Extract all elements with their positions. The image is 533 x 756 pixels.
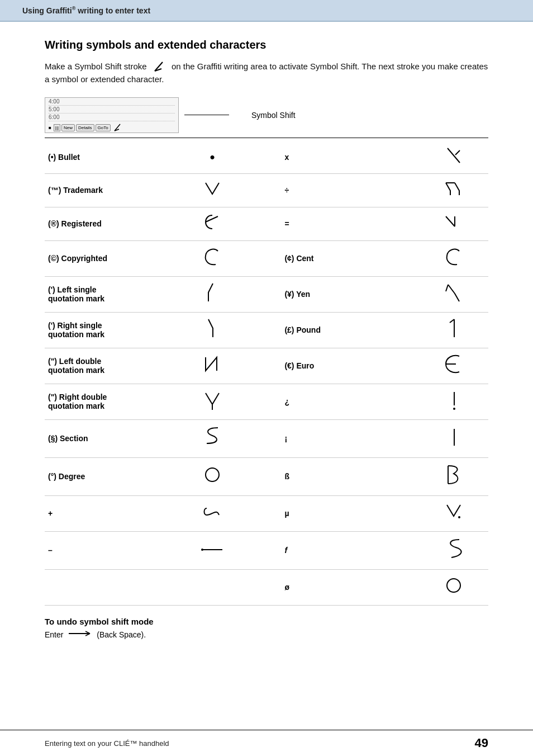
stroke-oslash-svg <box>444 574 464 597</box>
label-right-single-quote: (') Right singlequotation mark <box>45 312 183 348</box>
stroke-right-single <box>183 312 242 348</box>
stroke-left-double <box>183 348 242 384</box>
stroke-bullet: • <box>183 141 242 174</box>
table-row: (') Left singlequotation mark (¥) Yen <box>45 276 488 312</box>
undo-paragraph: Enter (Back Space). <box>45 630 488 639</box>
stroke-yen-svg <box>444 281 464 304</box>
table-row: (™) Trademark ÷ <box>45 173 488 207</box>
backspace-arrow-icon <box>68 630 92 639</box>
stroke-euro-svg <box>444 353 464 375</box>
footer: Entering text on your CLIÉ™ handheld 49 <box>0 730 533 756</box>
device-row3: 6:00 <box>49 114 175 121</box>
label-iexcl: ¡ <box>281 419 419 457</box>
label-x: x <box>281 141 419 174</box>
table-top-divider <box>45 138 488 138</box>
label-iquest: ¿ <box>281 384 419 419</box>
stroke-rsq-svg <box>204 317 221 339</box>
label-yen: (¥) Yen <box>281 276 419 312</box>
svg-line-5 <box>455 150 460 155</box>
device-symbol-stroke <box>113 124 123 133</box>
stroke-copy <box>183 240 242 276</box>
device-btn-goto: GoTo <box>96 124 111 131</box>
footer-page-number: 49 <box>475 736 488 750</box>
undo-section: To undo symbol shift mode Enter (Back Sp… <box>45 617 488 639</box>
undo-heading: To undo symbol shift mode <box>45 617 488 626</box>
label-registered: (®) Registered <box>45 207 183 240</box>
stroke-empty <box>183 569 242 605</box>
label-florin: f <box>281 531 419 569</box>
stroke-mu <box>419 495 488 531</box>
table-row: (°) Degree ß <box>45 457 488 495</box>
label-plus: + <box>45 495 183 531</box>
label-divide: ÷ <box>281 173 419 207</box>
top-header: Using Graffiti® writing to enter text <box>0 0 533 22</box>
stroke-oslash <box>419 569 488 605</box>
stroke-copy-svg <box>202 245 222 268</box>
stroke-pound <box>419 312 488 348</box>
stroke-iexcl-svg <box>445 426 462 448</box>
stroke-plus <box>183 495 242 531</box>
footer-text: Entering text on your CLIÉ™ handheld <box>45 739 169 748</box>
stroke-cent-svg <box>444 245 464 268</box>
callout-line <box>184 115 229 116</box>
stroke-reg-svg <box>202 212 222 232</box>
stroke-x-svg <box>445 146 462 165</box>
device-row1: 4:00 <box>49 98 175 106</box>
device-dot: ■ <box>49 125 51 130</box>
stroke-divide-svg <box>444 178 464 199</box>
label-pound: (£) Pound <box>281 312 419 348</box>
table-row: (®) Registered = <box>45 207 488 240</box>
stroke-iquest-svg <box>445 389 462 411</box>
stroke-trademark <box>183 173 242 207</box>
label-section: (§) Section <box>45 419 183 457</box>
label-left-double-quote: (") Left doublequotation mark <box>45 348 183 384</box>
symbol-shift-stroke-icon <box>151 61 167 73</box>
svg-line-8 <box>446 216 455 226</box>
label-left-single-quote: (') Left singlequotation mark <box>45 276 183 312</box>
stroke-euro <box>419 348 488 384</box>
table-row: (§) Section ¡ <box>45 419 488 457</box>
stroke-degree <box>183 457 242 495</box>
label-copyrighted: (©) Copyrighted <box>45 240 183 276</box>
svg-point-16 <box>458 516 460 518</box>
stroke-tm-svg <box>202 178 222 199</box>
device-btn-bar: ||| <box>54 124 60 131</box>
label-equals: = <box>281 207 419 240</box>
svg-line-4 <box>448 148 460 163</box>
svg-point-18 <box>201 549 203 551</box>
stroke-rdq-svg <box>202 389 222 411</box>
label-bullet: (•) Bullet <box>45 141 183 174</box>
stroke-plus-svg <box>201 503 223 521</box>
stroke-right-double <box>183 384 242 419</box>
stroke-eszett <box>419 457 488 495</box>
device-area: 4:00 5:00 6:00 ■ ||| New Details GoTo <box>45 97 488 133</box>
stroke-left-single <box>183 276 242 312</box>
device-btn-details: Details <box>76 124 94 131</box>
symbol-shift-callout: Symbol Shift <box>184 111 296 120</box>
device-illustration: 4:00 5:00 6:00 ■ ||| New Details GoTo <box>45 97 179 133</box>
stroke-eszett-svg <box>444 462 464 487</box>
label-cent: (¢) Cent <box>281 240 419 276</box>
stroke-emdash <box>183 531 242 569</box>
table-row: – f <box>45 531 488 569</box>
label-emdash: – <box>45 531 183 569</box>
stroke-florin <box>419 531 488 569</box>
stroke-x <box>419 141 488 174</box>
header-title: Using Graffiti® writing to enter text <box>22 6 150 15</box>
stroke-registered <box>183 207 242 240</box>
stroke-iquest <box>419 384 488 419</box>
table-row: + µ <box>45 495 488 531</box>
stroke-lsq-svg <box>204 281 221 304</box>
table-row: (') Right singlequotation mark (£) Pound <box>45 312 488 348</box>
stroke-degree-svg <box>202 464 222 486</box>
label-oslash: ø <box>281 569 419 605</box>
label-degree: (°) Degree <box>45 457 183 495</box>
stroke-equals-svg <box>444 212 464 232</box>
section-heading: Writing symbols and extended characters <box>45 39 488 51</box>
stroke-cent <box>419 240 488 276</box>
symbol-shift-label: Symbol Shift <box>251 111 296 120</box>
label-trademark: (™) Trademark <box>45 173 183 207</box>
stroke-equals <box>419 207 488 240</box>
label-mu: µ <box>281 495 419 531</box>
stroke-ldq-svg <box>202 353 222 375</box>
